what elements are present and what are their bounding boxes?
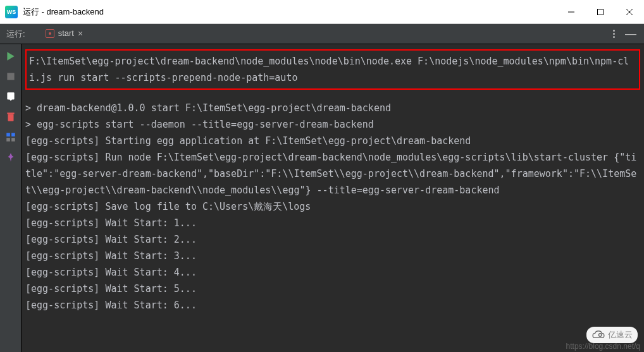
svg-rect-9 bbox=[7, 112, 14, 114]
stop-icon[interactable] bbox=[5, 71, 16, 82]
console-line: [egg-scripts] Wait Start: 1... bbox=[25, 215, 640, 231]
delete-icon[interactable] bbox=[5, 111, 16, 123]
svg-point-14 bbox=[598, 334, 601, 336]
cloud-icon bbox=[591, 330, 605, 340]
run-config-icon bbox=[46, 29, 54, 38]
console-line: [egg-scripts] Starting egg application a… bbox=[25, 133, 640, 149]
brand-text: 亿速云 bbox=[608, 329, 633, 341]
svg-marker-4 bbox=[7, 52, 14, 61]
svg-rect-11 bbox=[11, 133, 15, 137]
svg-rect-8 bbox=[8, 114, 13, 121]
svg-rect-1 bbox=[598, 9, 604, 15]
brand-watermark: 亿速云 bbox=[586, 327, 638, 343]
app-icon: WS bbox=[5, 6, 18, 18]
tool-window-label: 运行: bbox=[6, 28, 25, 40]
console-line: > dream-backend@1.0.0 start F:\ItemSet\e… bbox=[25, 100, 640, 116]
console-line: [egg-scripts] Wait Start: 4... bbox=[25, 264, 640, 281]
close-button[interactable] bbox=[615, 0, 644, 24]
hide-panel-button[interactable]: — bbox=[625, 27, 636, 40]
run-toolbar: 运行: start × — bbox=[0, 24, 644, 44]
svg-rect-5 bbox=[7, 73, 14, 80]
rerun-icon[interactable] bbox=[5, 51, 16, 62]
console-line: > egg-scripts start --daemon --title=egg… bbox=[25, 116, 640, 133]
command-highlight: F:\ItemSet\egg-project\dream-backend\nod… bbox=[25, 49, 640, 90]
tab-label: start bbox=[58, 28, 74, 38]
console-line: [egg-scripts] Save log file to C:\Users\… bbox=[25, 198, 640, 215]
run-gutter bbox=[0, 44, 22, 352]
window-controls bbox=[557, 0, 644, 24]
window-title: 运行 - dream-backend bbox=[23, 6, 104, 18]
workarea: F:\ItemSet\egg-project\dream-backend\nod… bbox=[0, 44, 644, 352]
titlebar: WS 运行 - dream-backend bbox=[0, 0, 644, 24]
layout-icon[interactable] bbox=[5, 131, 16, 143]
svg-rect-10 bbox=[6, 133, 10, 137]
minimize-button[interactable] bbox=[557, 0, 586, 24]
csdn-watermark: https://blog.csdn.net/q bbox=[566, 342, 640, 351]
maximize-button[interactable] bbox=[586, 0, 615, 24]
console-line: [egg-scripts] Wait Start: 6... bbox=[25, 297, 640, 313]
pin-icon[interactable] bbox=[5, 152, 16, 163]
dump-threads-icon[interactable] bbox=[5, 91, 16, 102]
console-line: [egg-scripts] Run node F:\ItemSet\egg-pr… bbox=[25, 149, 640, 198]
more-options-icon[interactable] bbox=[613, 30, 615, 38]
svg-rect-12 bbox=[6, 138, 10, 142]
console-line: [egg-scripts] Wait Start: 2... bbox=[25, 231, 640, 248]
command-line: F:\ItemSet\egg-project\dream-backend\nod… bbox=[29, 53, 636, 86]
close-tab-icon[interactable]: × bbox=[78, 28, 83, 39]
console-line: [egg-scripts] Wait Start: 5... bbox=[25, 281, 640, 297]
console-line: [egg-scripts] Wait Start: 3... bbox=[25, 248, 640, 264]
console-output[interactable]: F:\ItemSet\egg-project\dream-backend\nod… bbox=[22, 44, 644, 352]
svg-rect-13 bbox=[11, 138, 15, 142]
run-config-tab[interactable]: start × bbox=[40, 25, 88, 43]
